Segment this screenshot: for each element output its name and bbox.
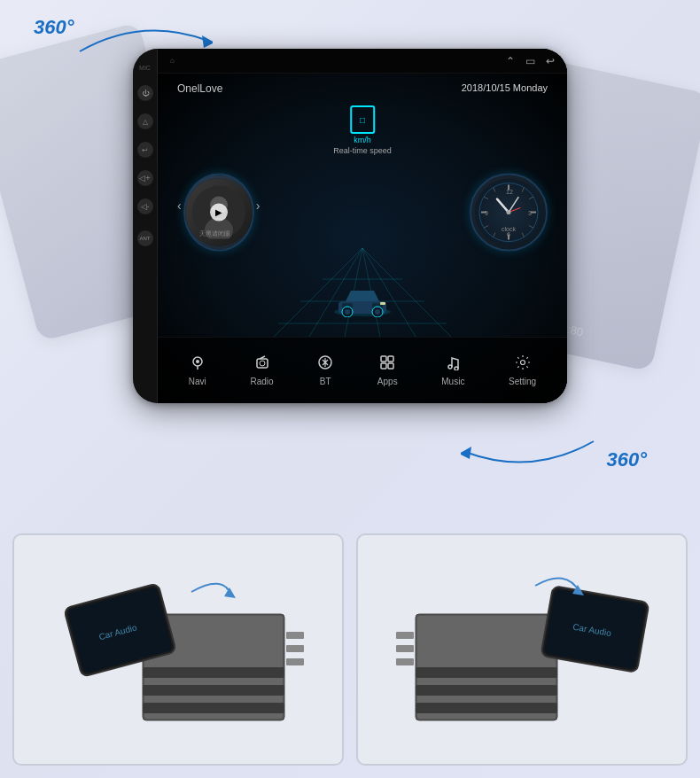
navi-icon <box>190 354 206 373</box>
device-box-left: Car Audio <box>12 533 344 766</box>
apps-icon <box>379 354 395 373</box>
next-track-button[interactable]: › <box>256 198 261 212</box>
windows-icon: ▭ <box>525 55 535 67</box>
svg-point-56 <box>455 367 458 370</box>
svg-point-55 <box>448 365 452 369</box>
bottom-section: Car Audio <box>0 521 700 778</box>
mic-label: MIC <box>139 65 151 71</box>
svg-rect-80 <box>396 645 414 652</box>
svg-rect-52 <box>388 356 393 362</box>
menu-item-bt[interactable]: BT <box>317 354 333 386</box>
svg-rect-69 <box>286 658 304 665</box>
up-icon: ⌃ <box>506 55 515 67</box>
music-icon <box>445 354 461 373</box>
svg-line-31 <box>522 232 525 237</box>
svg-rect-64 <box>143 667 284 678</box>
svg-point-43 <box>507 210 511 214</box>
svg-text:3: 3 <box>528 209 532 215</box>
side-buttons: MIC ⏻ △ ↩ ◁+ ◁- ANT <box>133 49 158 403</box>
svg-line-28 <box>522 187 525 191</box>
svg-marker-70 <box>224 587 236 598</box>
svg-line-32 <box>494 232 496 237</box>
svg-point-17 <box>375 309 380 315</box>
svg-line-29 <box>529 197 533 199</box>
device-3d-left: Car Audio <box>14 535 342 764</box>
svg-rect-68 <box>286 645 304 652</box>
speed-icon: □ <box>350 105 375 134</box>
home-side-button[interactable]: △ <box>137 113 153 129</box>
svg-text:6: 6 <box>507 230 510 237</box>
svg-rect-53 <box>381 363 386 369</box>
svg-marker-0 <box>202 35 213 48</box>
svg-rect-76 <box>416 667 557 678</box>
arrow-bottom-icon <box>461 432 603 468</box>
screen-topbar: ⌂ ⌃ ▭ ↩ <box>158 49 567 74</box>
speed-label: Real-time speed <box>333 146 392 155</box>
album-circle: ‹ 天黑请闭眼 <box>177 173 255 251</box>
svg-point-15 <box>345 309 350 315</box>
svg-rect-78 <box>416 703 557 713</box>
setting-icon <box>515 354 531 373</box>
svg-rect-66 <box>143 703 284 713</box>
topbar-left: ⌂ <box>170 57 175 65</box>
home-icon: ⌂ <box>170 57 175 65</box>
svg-rect-81 <box>396 658 414 665</box>
clock-circle: 12 3 6 9 <box>470 173 548 251</box>
main-device: MIC ⏻ △ ↩ ◁+ ◁- ANT ⌂ ⌃ ▭ ↩ <box>133 49 567 403</box>
back-side-button[interactable]: ↩ <box>137 142 153 158</box>
svg-line-34 <box>484 197 488 199</box>
svg-line-35 <box>494 187 496 191</box>
date-display: 2018/10/15 Monday <box>462 82 548 93</box>
svg-marker-58 <box>461 447 471 459</box>
device-screen: ⌂ ⌃ ▭ ↩ OnelLove 2018/10/15 Monday <box>158 49 567 403</box>
clock-label: clock <box>502 225 516 231</box>
svg-rect-79 <box>396 632 414 639</box>
album-art: 天黑请闭眼 ▶ <box>183 173 254 251</box>
rotate-label-top: 360° <box>34 16 74 39</box>
car-image <box>331 284 393 321</box>
navi-label: Navi <box>189 377 206 386</box>
svg-text:12: 12 <box>506 188 513 194</box>
speed-display: □ km/h Real-time speed <box>333 105 392 155</box>
menu-item-radio[interactable]: Radio <box>250 354 273 386</box>
svg-text:天黑请闭眼: 天黑请闭眼 <box>199 230 230 236</box>
setting-label: Setting <box>509 377 536 386</box>
menu-item-music[interactable]: Music <box>441 354 464 386</box>
svg-point-48 <box>260 361 265 366</box>
topbar-right: ⌃ ▭ ↩ <box>506 55 555 67</box>
prev-track-button[interactable]: ‹ <box>177 198 182 212</box>
svg-rect-54 <box>388 363 393 369</box>
svg-rect-77 <box>416 685 557 696</box>
menu-item-apps[interactable]: Apps <box>377 354 398 386</box>
play-button[interactable]: ▶ <box>210 203 228 221</box>
svg-rect-18 <box>380 302 385 305</box>
song-name: OnelLove <box>177 82 222 95</box>
bottom-menu: Navi Radio <box>158 337 567 403</box>
screen-content: OnelLove 2018/10/15 Monday <box>158 74 567 403</box>
music-label: Music <box>441 377 464 386</box>
device-3d-right: Car Audio <box>358 535 686 764</box>
top-section: 00:80 360° MIC ⏻ △ ↩ ◁+ ◁- ANT ⌂ <box>0 0 700 505</box>
svg-text:9: 9 <box>485 209 488 215</box>
speed-unit: km/h <box>333 136 392 144</box>
svg-line-40 <box>497 198 509 212</box>
info-row: OnelLove 2018/10/15 Monday <box>158 74 567 95</box>
rotate-label-bottom: 360° <box>606 448 647 471</box>
menu-item-setting[interactable]: Setting <box>509 354 536 386</box>
device-box-right: Car Audio <box>356 533 688 766</box>
svg-rect-65 <box>143 685 284 696</box>
apps-label: Apps <box>377 377 398 386</box>
vol-up-button[interactable]: ◁+ <box>137 170 153 186</box>
svg-rect-67 <box>286 632 304 639</box>
svg-rect-51 <box>381 356 386 362</box>
svg-line-30 <box>529 225 533 228</box>
power-button[interactable]: ⏻ <box>137 85 153 101</box>
menu-item-navi[interactable]: Navi <box>189 354 206 386</box>
svg-point-45 <box>196 360 199 363</box>
bt-label: BT <box>320 377 331 386</box>
speed-section: □ km/h Real-time speed <box>158 95 567 337</box>
radio-label: Radio <box>250 377 273 386</box>
svg-point-57 <box>520 361 525 365</box>
vol-down-button[interactable]: ◁- <box>137 198 153 214</box>
ant-button[interactable]: ANT <box>137 230 153 246</box>
